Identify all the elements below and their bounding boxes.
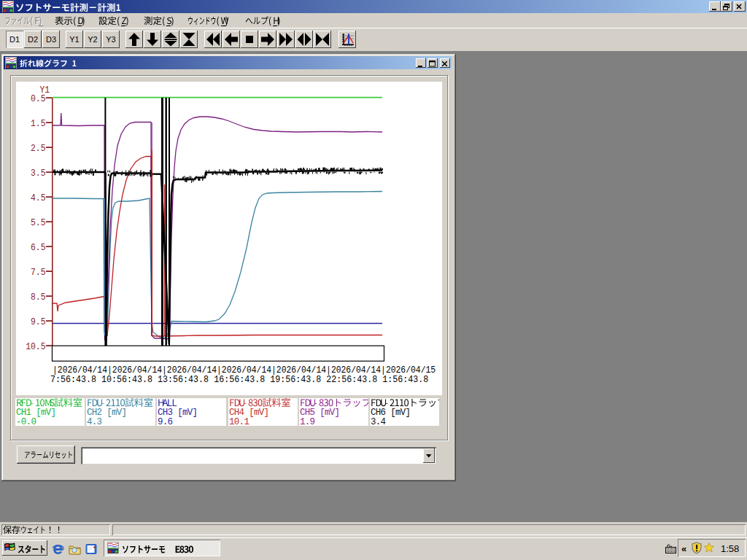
svg-text:Y1: Y1 xyxy=(40,85,50,96)
svg-text:4.5: 4.5 xyxy=(31,193,46,203)
svg-text:6.5: 6.5 xyxy=(31,243,46,253)
svg-text:10.5: 10.5 xyxy=(26,342,45,352)
svg-text:7:56:43.8 10:56:43.8 13:56:43.: 7:56:43.8 10:56:43.8 13:56:43.8 16:56:43… xyxy=(50,375,428,385)
svg-text:3.5: 3.5 xyxy=(31,168,46,179)
svg-text:|2026/04/14|2026/04/14|2026/04: |2026/04/14|2026/04/14|2026/04/14|2026/0… xyxy=(53,365,436,376)
svg-text:9.5: 9.5 xyxy=(31,317,46,327)
svg-text:5.5: 5.5 xyxy=(31,218,46,228)
svg-text:8.5: 8.5 xyxy=(31,292,46,303)
svg-text:7.5: 7.5 xyxy=(31,268,46,278)
svg-text:2.5: 2.5 xyxy=(31,144,46,154)
svg-text:1.5: 1.5 xyxy=(31,119,46,129)
